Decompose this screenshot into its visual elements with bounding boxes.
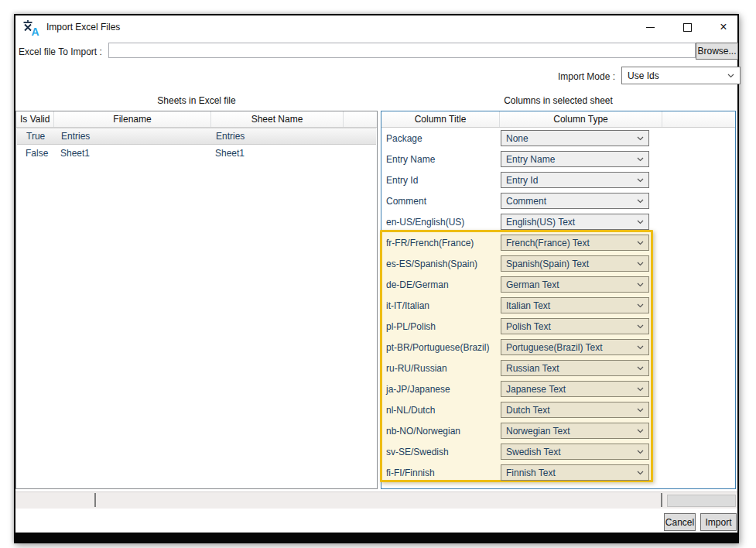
header-column-title[interactable]: Column Title (381, 111, 500, 127)
column-type-value: Entry Name (506, 154, 555, 165)
chevron-down-icon (637, 241, 644, 245)
column-title-label: ru-RU/Russian (381, 363, 501, 374)
header-column-type[interactable]: Column Type (500, 111, 662, 127)
columns-panel-title: Columns in selected sheet (381, 95, 736, 106)
cell-is-valid: False (16, 148, 54, 159)
svg-text:A: A (32, 26, 39, 36)
cell-filename: Entries (55, 131, 212, 142)
column-title-label: nl-NL/Dutch (381, 405, 501, 416)
chevron-down-icon (637, 136, 644, 141)
close-icon: × (720, 20, 727, 34)
column-type-dropdown[interactable]: Italian Text (501, 297, 649, 313)
column-type-dropdown[interactable]: Polish Text (501, 318, 649, 334)
column-mapping-row: de-DE/GermanGerman Text (381, 274, 735, 295)
column-title-label: de-DE/German (381, 279, 501, 290)
excel-file-label: Excel file To Import : (19, 46, 102, 57)
column-type-dropdown[interactable]: Portuguese(Brazil) Text (501, 339, 649, 355)
column-type-dropdown[interactable]: Entry Name (501, 151, 649, 167)
column-mapping-row: it-IT/ItalianItalian Text (381, 295, 735, 316)
column-type-dropdown[interactable]: English(US) Text (501, 214, 649, 230)
sheets-grid: Is Valid Filename Sheet Name TrueEntries… (15, 111, 378, 489)
status-bar-divider (661, 493, 662, 507)
close-button[interactable]: × (712, 15, 735, 39)
column-mapping-row: sv-SE/SwedishSwedish Text (381, 441, 735, 462)
import-excel-dialog: A Import Excel Files × Excel file To Imp… (14, 14, 739, 543)
cancel-button[interactable]: Cancel (664, 513, 696, 531)
status-bar-divider (94, 493, 96, 507)
column-type-dropdown[interactable]: Spanish(Spain) Text (501, 255, 649, 272)
column-type-dropdown[interactable]: Finnish Text (501, 464, 649, 481)
column-title-label: fr-FR/French(France) (381, 238, 501, 248)
column-mapping-row: PackageNone (381, 128, 735, 149)
maximize-icon (683, 23, 692, 32)
columns-grid: Column Title Column Type PackageNoneEntr… (381, 111, 736, 489)
sheets-rows: TrueEntriesEntriesFalseSheet1Sheet1 (16, 128, 377, 162)
column-mapping-row: es-ES/Spanish(Spain)Spanish(Spain) Text (381, 253, 735, 274)
column-mapping-row: nb-NO/NorwegianNorwegian Text (381, 420, 735, 441)
column-type-value: English(US) Text (506, 217, 575, 228)
cancel-button-label: Cancel (665, 517, 694, 528)
sheets-grid-header: Is Valid Filename Sheet Name (16, 111, 377, 128)
column-type-dropdown[interactable]: Japanese Text (501, 381, 649, 397)
browse-button-label: Browse... (697, 46, 736, 57)
column-mapping-row: en-US/English(US)English(US) Text (381, 211, 735, 232)
import-button[interactable]: Import (700, 513, 737, 531)
header-filename[interactable]: Filename (54, 111, 211, 127)
chevron-down-icon (727, 74, 734, 78)
column-title-label: pl-PL/Polish (381, 321, 501, 332)
column-title-label: sv-SE/Swedish (381, 447, 501, 457)
chevron-down-icon (637, 408, 644, 413)
chevron-down-icon (637, 324, 644, 329)
column-type-dropdown[interactable]: Dutch Text (501, 402, 649, 418)
column-title-label: pt-BR/Portuguese(Brazil) (381, 342, 501, 353)
minimize-button[interactable] (638, 15, 662, 39)
column-mapping-row: CommentComment (381, 190, 735, 211)
column-mapping-row: fr-FR/French(France)French(France) Text (381, 232, 735, 253)
chevron-down-icon (637, 262, 644, 266)
column-type-dropdown[interactable]: German Text (501, 276, 649, 293)
maximize-button[interactable] (676, 15, 699, 39)
import-button-label: Import (705, 517, 731, 528)
column-type-value: Swedish Text (506, 447, 560, 457)
minimize-icon (646, 27, 655, 28)
column-type-value: German Text (506, 279, 559, 290)
column-type-dropdown[interactable]: Russian Text (501, 360, 649, 376)
header-empty (344, 111, 377, 127)
column-title-label: nb-NO/Norwegian (381, 426, 501, 437)
import-mode-value: Use Ids (628, 70, 659, 81)
column-title-label: es-ES/Spanish(Spain) (381, 259, 501, 269)
cell-filename: Sheet1 (54, 148, 211, 159)
sheet-row[interactable]: FalseSheet1Sheet1 (16, 145, 377, 162)
translate-app-icon: A (22, 19, 41, 36)
column-title-label: it-IT/Italian (381, 300, 501, 311)
sheet-row[interactable]: TrueEntriesEntries (17, 128, 376, 145)
chevron-down-icon (637, 429, 644, 433)
header-empty (662, 111, 735, 127)
cell-sheet-name: Entries (212, 131, 344, 142)
title-bar: A Import Excel Files × (15, 15, 737, 39)
column-type-value: Norwegian Text (506, 426, 570, 437)
header-sheet-name[interactable]: Sheet Name (211, 111, 344, 127)
column-mapping-row: fi-FI/FinnishFinnish Text (381, 462, 735, 483)
column-type-dropdown[interactable]: Comment (501, 193, 649, 209)
column-title-label: ja-JP/Japanese (381, 384, 501, 395)
column-type-dropdown[interactable]: Entry Id (501, 172, 649, 188)
column-type-dropdown[interactable]: None (501, 130, 649, 146)
column-type-value: Portuguese(Brazil) Text (506, 342, 603, 353)
column-mapping-row: nl-NL/DutchDutch Text (381, 399, 735, 420)
header-is-valid[interactable]: Is Valid (16, 111, 54, 127)
column-type-value: Japanese Text (506, 384, 566, 395)
excel-file-input[interactable] (108, 43, 696, 58)
column-type-dropdown[interactable]: Norwegian Text (501, 423, 649, 439)
column-title-label: Entry Name (381, 154, 501, 165)
column-title-label: en-US/English(US) (381, 217, 501, 228)
cell-sheet-name: Sheet1 (211, 148, 344, 159)
chevron-down-icon (637, 303, 644, 308)
browse-button[interactable]: Browse... (696, 43, 738, 60)
chevron-down-icon (637, 471, 644, 475)
import-mode-dropdown[interactable]: Use Ids (621, 67, 741, 84)
column-type-dropdown[interactable]: Swedish Text (501, 444, 649, 460)
columns-grid-header: Column Title Column Type (381, 111, 735, 128)
column-type-dropdown[interactable]: French(France) Text (501, 235, 649, 251)
column-title-label: Comment (381, 196, 501, 207)
